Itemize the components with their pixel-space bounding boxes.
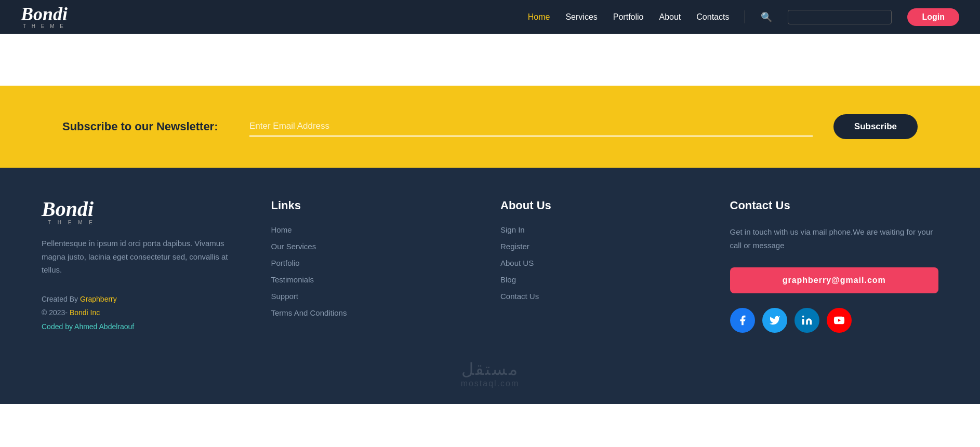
list-item: Home [271, 225, 480, 235]
list-item: About US [500, 259, 709, 268]
credit-coded-link[interactable]: Coded by Ahmed Abdelraouf [42, 322, 134, 331]
newsletter-input-wrapper [249, 117, 813, 137]
nav-link-contacts[interactable]: Contacts [696, 12, 729, 22]
nav-link-home[interactable]: Home [528, 12, 550, 22]
footer-description: Pellentesque in ipsum id orci porta dapi… [42, 237, 239, 277]
list-item: Our Services [271, 242, 480, 251]
footer-links-title: Links [271, 199, 480, 212]
navbar: Bondi T H E M E Home Services Portfolio … [0, 0, 980, 34]
search-icon[interactable]: 🔍 [761, 11, 772, 23]
twitter-icon[interactable] [762, 308, 787, 333]
credit-created-label: Created By [42, 295, 80, 303]
footer-contact-desc: Get in touch with us via mail phone.We a… [730, 225, 939, 252]
watermark-url: mostaql.com [0, 379, 980, 388]
watermark: مستقل mostaql.com [0, 354, 980, 404]
footer-logo-sub: T H E M E [48, 220, 250, 225]
navbar-links: Home Services Portfolio About Contacts 🔍… [528, 8, 959, 26]
footer-logo-text: Bondi [42, 197, 94, 221]
footer-contact-title: Contact Us [730, 199, 939, 212]
svg-point-0 [802, 316, 804, 318]
nav-link-services[interactable]: Services [565, 12, 597, 22]
footer-link-terms[interactable]: Terms And Conditions [271, 308, 347, 317]
footer-about-signin[interactable]: Sign In [500, 225, 525, 234]
nav-link-about[interactable]: About [659, 12, 681, 22]
credit-year-label: © 2023- [42, 308, 70, 317]
footer-about-register[interactable]: Register [500, 242, 529, 251]
footer-about-title: About Us [500, 199, 709, 212]
footer-links-col: Links Home Our Services Portfolio Testim… [271, 199, 480, 333]
navbar-logo: Bondi T H E M E [21, 5, 68, 29]
footer-about-col: About Us Sign In Register About US Blog … [500, 199, 709, 333]
white-section [0, 34, 980, 86]
footer: Bondi T H E M E Pellentesque in ipsum id… [0, 168, 980, 354]
footer-link-home[interactable]: Home [271, 225, 292, 234]
footer-social [730, 308, 939, 333]
footer-brand: Bondi T H E M E Pellentesque in ipsum id… [42, 199, 250, 333]
list-item: Support [271, 292, 480, 301]
footer-email-button[interactable]: graphberry@gmail.com [730, 267, 939, 293]
linkedin-icon[interactable] [794, 308, 819, 333]
footer-about-blog[interactable]: Blog [500, 275, 516, 284]
newsletter-email-input[interactable] [249, 117, 813, 136]
nav-link-portfolio[interactable]: Portfolio [613, 12, 644, 22]
watermark-arabic: مستقل [0, 359, 980, 379]
newsletter-label: Subscribe to our Newsletter: [62, 120, 229, 133]
list-item: Register [500, 242, 709, 251]
list-item: Sign In [500, 225, 709, 235]
footer-link-support[interactable]: Support [271, 292, 299, 301]
search-input[interactable] [788, 10, 892, 24]
list-item: Blog [500, 275, 709, 285]
youtube-icon[interactable] [827, 308, 852, 333]
subscribe-button[interactable]: Subscribe [833, 114, 918, 139]
footer-link-services[interactable]: Our Services [271, 242, 316, 251]
footer-links-list: Home Our Services Portfolio Testimonials… [271, 225, 480, 318]
logo-text: Bondi [21, 4, 68, 24]
footer-link-testimonials[interactable]: Testimonials [271, 275, 314, 284]
facebook-icon[interactable] [730, 308, 755, 333]
list-item: Contact Us [500, 292, 709, 301]
footer-contact-col: Contact Us Get in touch with us via mail… [730, 199, 939, 333]
credit-company-link[interactable]: Bondi Inc [70, 308, 100, 317]
footer-link-portfolio[interactable]: Portfolio [271, 259, 300, 267]
newsletter-section: Subscribe to our Newsletter: Subscribe [0, 86, 980, 168]
credit-graphberry-link[interactable]: Graphberry [80, 295, 117, 303]
footer-credit: Created By Graphberry © 2023- Bondi Inc … [42, 292, 250, 334]
logo-sub: T H E M E [21, 23, 68, 29]
list-item: Portfolio [271, 259, 480, 268]
login-button[interactable]: Login [907, 8, 959, 26]
list-item: Testimonials [271, 275, 480, 285]
footer-about-list: Sign In Register About US Blog Contact U… [500, 225, 709, 301]
nav-divider [745, 10, 745, 23]
footer-about-contact[interactable]: Contact Us [500, 292, 539, 301]
footer-logo: Bondi T H E M E [42, 199, 250, 225]
footer-about-us[interactable]: About US [500, 259, 534, 267]
list-item: Terms And Conditions [271, 308, 480, 318]
